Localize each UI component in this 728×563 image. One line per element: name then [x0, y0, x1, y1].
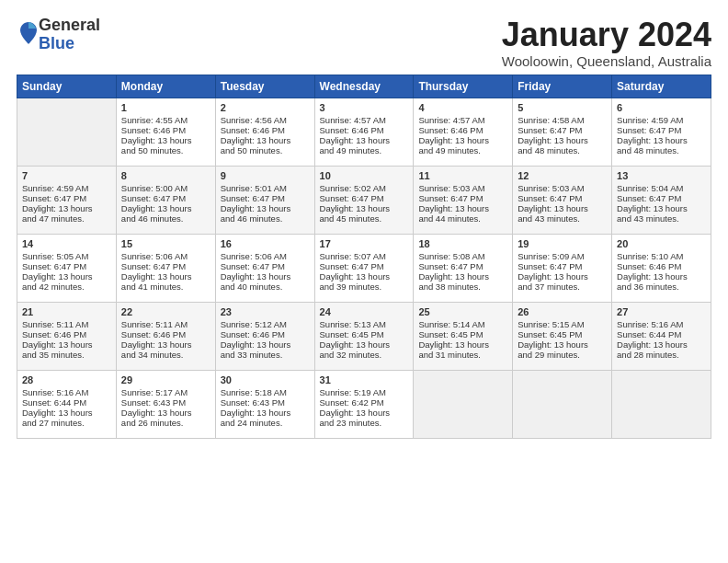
cell-text: Sunset: 6:47 PM [320, 261, 409, 271]
day-number: 31 [320, 374, 409, 385]
cell-text: and 24 minutes. [221, 418, 310, 428]
cell-text: Sunrise: 5:07 AM [320, 251, 409, 261]
day-number: 30 [221, 374, 310, 385]
day-number: 20 [617, 238, 706, 249]
cell-text: Sunset: 6:47 PM [320, 193, 409, 203]
calendar-cell: 30Sunrise: 5:18 AMSunset: 6:43 PMDayligh… [215, 370, 314, 438]
cell-text: and 46 minutes. [221, 213, 310, 224]
cell-text: Sunset: 6:47 PM [22, 193, 111, 203]
header: General Blue January 2024 Wooloowin, Que… [17, 17, 711, 69]
cell-text: Daylight: 13 hours [418, 339, 507, 350]
cell-text: Daylight: 13 hours [320, 408, 409, 418]
cell-text: and 42 minutes. [22, 282, 111, 292]
logo-general: General [39, 16, 100, 34]
cell-text: Daylight: 13 hours [617, 271, 706, 282]
calendar-cell: 27Sunrise: 5:16 AMSunset: 6:44 PMDayligh… [612, 302, 711, 370]
day-number: 10 [320, 170, 409, 181]
day-number: 5 [518, 102, 607, 113]
day-number: 24 [320, 306, 409, 317]
cell-text: Daylight: 13 hours [518, 339, 607, 350]
calendar-cell: 23Sunrise: 5:12 AMSunset: 6:46 PMDayligh… [215, 302, 314, 370]
cell-text: Sunrise: 4:59 AM [617, 115, 706, 125]
cell-text: Sunrise: 5:16 AM [617, 319, 706, 329]
cell-text: Sunrise: 5:18 AM [221, 387, 310, 397]
cell-text: Daylight: 13 hours [22, 339, 111, 350]
cell-text: Sunset: 6:46 PM [121, 329, 210, 339]
header-cell-sunday: Sunday [17, 75, 117, 98]
logo: General Blue [17, 17, 100, 53]
cell-text: and 32 minutes. [320, 350, 409, 360]
cell-text: and 50 minutes. [221, 145, 310, 155]
cell-text: and 35 minutes. [22, 350, 111, 360]
cell-text: Sunset: 6:46 PM [221, 329, 310, 339]
calendar-cell: 10Sunrise: 5:02 AMSunset: 6:47 PMDayligh… [314, 166, 414, 234]
cell-text: and 47 minutes. [22, 213, 111, 224]
cell-text: and 49 minutes. [418, 145, 507, 155]
calendar-cell: 19Sunrise: 5:09 AMSunset: 6:47 PMDayligh… [513, 234, 612, 302]
cell-text: Daylight: 13 hours [221, 408, 310, 418]
cell-text: Sunset: 6:46 PM [617, 261, 706, 271]
cell-text: Daylight: 13 hours [221, 203, 310, 213]
cell-text: Sunset: 6:47 PM [221, 261, 310, 271]
cell-text: and 40 minutes. [221, 282, 310, 292]
month-title: January 2024 [502, 17, 711, 53]
cell-text: Daylight: 13 hours [320, 135, 409, 145]
cell-text: Sunrise: 5:09 AM [518, 251, 607, 261]
calendar-body: 1Sunrise: 4:55 AMSunset: 6:46 PMDaylight… [17, 98, 711, 438]
cell-text: Sunset: 6:47 PM [121, 261, 210, 271]
calendar-cell: 3Sunrise: 4:57 AMSunset: 6:46 PMDaylight… [314, 98, 414, 166]
cell-text: Daylight: 13 hours [221, 271, 310, 282]
header-cell-monday: Monday [116, 75, 215, 98]
day-number: 29 [121, 374, 210, 385]
header-cell-saturday: Saturday [612, 75, 711, 98]
day-number: 13 [617, 170, 706, 181]
cell-text: Sunset: 6:45 PM [320, 329, 409, 339]
calendar-cell: 12Sunrise: 5:03 AMSunset: 6:47 PMDayligh… [513, 166, 612, 234]
day-number: 2 [221, 102, 310, 113]
cell-text: Sunset: 6:45 PM [518, 329, 607, 339]
calendar-week-3: 21Sunrise: 5:11 AMSunset: 6:46 PMDayligh… [17, 302, 711, 370]
cell-text: Sunset: 6:47 PM [221, 193, 310, 203]
header-cell-thursday: Thursday [414, 75, 513, 98]
calendar-week-4: 28Sunrise: 5:16 AMSunset: 6:44 PMDayligh… [17, 370, 711, 438]
cell-text: Sunrise: 5:16 AM [22, 387, 111, 397]
logo-icon [18, 20, 39, 46]
cell-text: Sunset: 6:47 PM [418, 193, 507, 203]
cell-text: Daylight: 13 hours [617, 135, 706, 145]
cell-text: and 33 minutes. [221, 350, 310, 360]
calendar-cell: 4Sunrise: 4:57 AMSunset: 6:46 PMDaylight… [414, 98, 513, 166]
calendar-cell: 28Sunrise: 5:16 AMSunset: 6:44 PMDayligh… [17, 370, 117, 438]
cell-text: Sunrise: 5:06 AM [221, 251, 310, 261]
day-number: 26 [518, 306, 607, 317]
header-cell-friday: Friday [513, 75, 612, 98]
cell-text: and 48 minutes. [617, 145, 706, 155]
cell-text: and 26 minutes. [121, 418, 210, 428]
calendar-cell: 18Sunrise: 5:08 AMSunset: 6:47 PMDayligh… [414, 234, 513, 302]
cell-text: Sunset: 6:47 PM [617, 193, 706, 203]
cell-text: and 27 minutes. [22, 418, 111, 428]
cell-text: Sunrise: 5:03 AM [518, 183, 607, 193]
cell-text: Sunrise: 5:11 AM [121, 319, 210, 329]
cell-text: Daylight: 13 hours [518, 135, 607, 145]
calendar-cell: 20Sunrise: 5:10 AMSunset: 6:46 PMDayligh… [612, 234, 711, 302]
cell-text: and 46 minutes. [121, 213, 210, 224]
cell-text: and 29 minutes. [518, 350, 607, 360]
calendar-cell: 22Sunrise: 5:11 AMSunset: 6:46 PMDayligh… [116, 302, 215, 370]
cell-text: and 50 minutes. [121, 145, 210, 155]
calendar-cell: 13Sunrise: 5:04 AMSunset: 6:47 PMDayligh… [612, 166, 711, 234]
cell-text: and 43 minutes. [617, 213, 706, 224]
logo-text: General Blue [39, 17, 100, 53]
cell-text: Sunrise: 5:05 AM [22, 251, 111, 261]
calendar-header: SundayMondayTuesdayWednesdayThursdayFrid… [17, 75, 711, 98]
cell-text: Sunset: 6:47 PM [121, 193, 210, 203]
day-number: 21 [22, 306, 111, 317]
day-number: 23 [221, 306, 310, 317]
day-number: 17 [320, 238, 409, 249]
calendar-cell [414, 370, 513, 438]
header-row: SundayMondayTuesdayWednesdayThursdayFrid… [17, 75, 711, 98]
cell-text: Sunset: 6:46 PM [22, 329, 111, 339]
cell-text: Daylight: 13 hours [221, 135, 310, 145]
day-number: 3 [320, 102, 409, 113]
cell-text: Sunrise: 5:19 AM [320, 387, 409, 397]
cell-text: Sunrise: 5:17 AM [121, 387, 210, 397]
